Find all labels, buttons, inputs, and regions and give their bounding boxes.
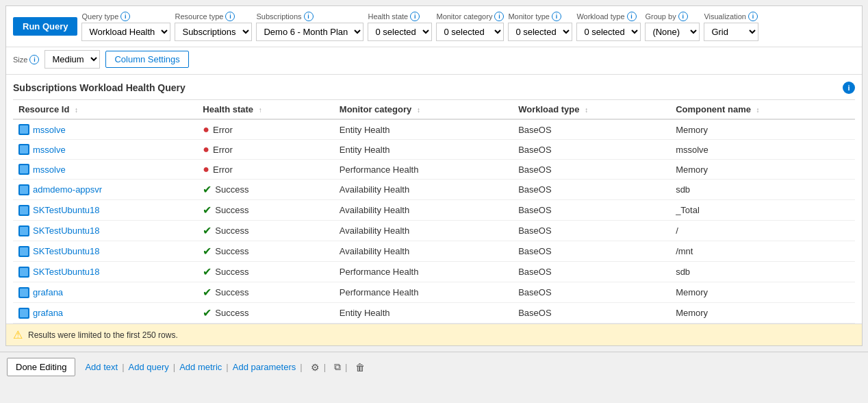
copy-icon[interactable]: ⧉: [334, 361, 341, 373]
vm-icon: [18, 164, 29, 175]
cell-workload-type: BaseOS: [513, 303, 670, 323]
size-select[interactable]: Small Medium Large: [44, 50, 100, 69]
col-workload-type[interactable]: Workload type ↕: [513, 100, 670, 119]
workload-type-info-icon[interactable]: i: [627, 12, 637, 21]
cell-resource-id: mssolve: [13, 160, 197, 180]
visualization-select[interactable]: Grid: [704, 23, 758, 41]
health-state-group: Health state i 0 selected: [368, 12, 432, 41]
resource-id-link[interactable]: mssolve: [18, 124, 192, 135]
resource-id-link[interactable]: grafana: [18, 308, 192, 319]
table-row: SKTestUbuntu18✔SuccessPerformance Health…: [13, 262, 855, 282]
cell-workload-type: BaseOS: [513, 221, 670, 241]
cell-component-name: Memory: [670, 119, 855, 140]
resource-type-select[interactable]: Subscriptions: [175, 23, 252, 41]
column-settings-button[interactable]: Column Settings: [105, 51, 188, 68]
query-info-icon[interactable]: i: [843, 82, 855, 94]
resource-id-link[interactable]: grafana: [18, 287, 192, 298]
add-query-link[interactable]: Add query: [129, 362, 169, 372]
warning-bar: ⚠ Results were limited to the first 250 …: [6, 323, 862, 345]
results-table: Resource Id ↕ Health state ↑ Monitor cat…: [13, 100, 855, 323]
monitor-type-select[interactable]: 0 selected: [508, 23, 572, 41]
cell-health-state: ✔Success: [197, 180, 333, 200]
cell-workload-type: BaseOS: [513, 140, 670, 160]
col-resource-id[interactable]: Resource Id ↕: [13, 100, 197, 119]
table-row: grafana✔SuccessEntity HealthBaseOSMemory: [13, 303, 855, 323]
resource-id-link[interactable]: mssolve: [18, 164, 192, 175]
vm-icon: [18, 144, 29, 155]
visualization-label: Visualization i: [704, 12, 758, 21]
cell-health-state: ✔Success: [197, 221, 333, 241]
cell-component-name: /: [670, 221, 855, 241]
table-row: SKTestUbuntu18✔SuccessAvailability Healt…: [13, 241, 855, 262]
table-row: admdemo-appsvr✔SuccessAvailability Healt…: [13, 180, 855, 200]
group-by-group: Group by i (None): [645, 12, 700, 41]
monitor-category-info-icon[interactable]: i: [494, 12, 504, 21]
resource-type-group: Resource type i Subscriptions: [175, 12, 252, 41]
success-icon: ✔: [203, 183, 212, 196]
col-component-name[interactable]: Component name ↕: [670, 100, 855, 119]
add-text-link[interactable]: Add text: [85, 362, 118, 372]
cell-monitor-category: Entity Health: [334, 140, 513, 160]
resource-type-label: Resource type i: [175, 12, 252, 21]
group-by-label: Group by i: [645, 12, 700, 21]
cell-workload-type: BaseOS: [513, 241, 670, 262]
success-icon: ✔: [203, 245, 212, 258]
settings-icon[interactable]: ⚙: [311, 362, 320, 373]
error-icon: ●: [203, 143, 209, 156]
cell-resource-id: SKTestUbuntu18: [13, 221, 197, 241]
resource-id-link[interactable]: mssolve: [18, 144, 192, 155]
group-by-select[interactable]: (None): [645, 23, 700, 41]
cell-workload-type: BaseOS: [513, 160, 670, 180]
query-type-select[interactable]: Workload Health: [81, 23, 170, 41]
cell-component-name: sdb: [670, 262, 855, 282]
cell-workload-type: BaseOS: [513, 282, 670, 303]
group-by-info-icon[interactable]: i: [678, 12, 688, 21]
vm-icon: [18, 124, 29, 135]
resource-id-link[interactable]: SKTestUbuntu18: [18, 267, 192, 278]
add-metric-link[interactable]: Add metric: [179, 362, 222, 372]
success-icon: ✔: [203, 306, 212, 319]
cell-health-state: ✔Success: [197, 200, 333, 221]
subscriptions-info-icon[interactable]: i: [304, 12, 314, 21]
cell-workload-type: BaseOS: [513, 119, 670, 140]
resource-id-link[interactable]: SKTestUbuntu18: [18, 246, 192, 257]
query-type-label: Query type i: [81, 12, 170, 21]
resource-type-info-icon[interactable]: i: [225, 12, 235, 21]
cell-monitor-category: Performance Health: [334, 160, 513, 180]
subscriptions-select[interactable]: Demo 6 - Month Plan: [256, 23, 363, 41]
query-type-info-icon[interactable]: i: [120, 12, 130, 21]
workload-type-select[interactable]: 0 selected: [576, 23, 641, 41]
vm-icon: [18, 225, 29, 236]
error-icon: ●: [203, 163, 209, 175]
cell-resource-id: SKTestUbuntu18: [13, 262, 197, 282]
success-icon: ✔: [203, 224, 212, 237]
cell-health-state: ✔Success: [197, 241, 333, 262]
workload-type-label: Workload type i: [576, 12, 641, 21]
success-icon: ✔: [203, 286, 212, 299]
resource-id-link[interactable]: SKTestUbuntu18: [18, 205, 192, 216]
cell-component-name: sdb: [670, 180, 855, 200]
col-monitor-category[interactable]: Monitor category ↕: [334, 100, 513, 119]
monitor-type-label: Monitor type i: [508, 12, 572, 21]
results-table-wrapper[interactable]: Resource Id ↕ Health state ↑ Monitor cat…: [13, 99, 855, 323]
col-health-state[interactable]: Health state ↑: [197, 100, 333, 119]
visualization-info-icon[interactable]: i: [748, 12, 758, 21]
success-icon: ✔: [203, 204, 212, 217]
cell-health-state: ●Error: [197, 140, 333, 160]
monitor-category-select[interactable]: 0 selected: [436, 23, 504, 41]
resource-id-link[interactable]: SKTestUbuntu18: [18, 225, 192, 236]
health-state-info-icon[interactable]: i: [410, 12, 420, 21]
cell-resource-id: admdemo-appsvr: [13, 180, 197, 200]
health-state-select[interactable]: 0 selected: [368, 23, 432, 41]
run-query-button[interactable]: Run Query: [13, 17, 77, 36]
add-parameters-link[interactable]: Add parameters: [233, 362, 296, 372]
cell-resource-id: grafana: [13, 303, 197, 323]
done-editing-button[interactable]: Done Editing: [7, 358, 75, 376]
size-info-icon[interactable]: i: [29, 55, 39, 64]
delete-icon[interactable]: 🗑: [355, 362, 365, 373]
cell-monitor-category: Availability Health: [334, 221, 513, 241]
cell-monitor-category: Availability Health: [334, 241, 513, 262]
monitor-type-info-icon[interactable]: i: [552, 12, 561, 21]
resource-id-link[interactable]: admdemo-appsvr: [18, 184, 192, 195]
vm-icon: [18, 205, 29, 216]
